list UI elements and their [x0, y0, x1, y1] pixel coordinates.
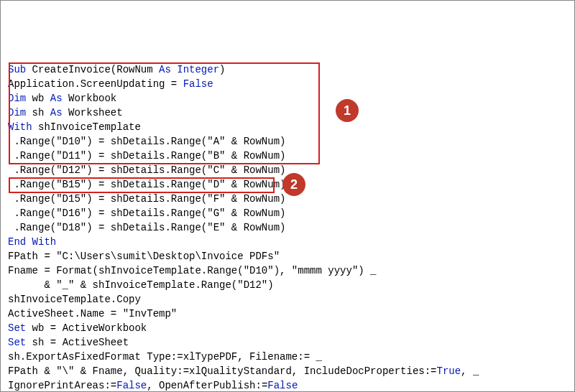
code-line: ActiveSheet.Name = "InvTemp" — [8, 307, 567, 321]
text-token: ActiveSheet.Name = "InvTemp" — [8, 308, 177, 319]
text-token: sh = ActiveSheet — [26, 337, 129, 348]
code-line: End With — [8, 235, 567, 249]
text-token: .Range("D16") = shDetails.Range("G" & Ro… — [8, 207, 285, 219]
annotation-badge-2: 2 — [282, 173, 305, 196]
text-token: Fname = Format(shInvoiceTemplate.Range("… — [8, 265, 376, 276]
keyword-token: End With — [8, 236, 56, 248]
text-token: ) — [219, 64, 225, 75]
annotation-badge-1: 1 — [336, 99, 359, 122]
text-token: shInvoiceTemplate — [32, 121, 141, 133]
text-token: shInvoiceTemplate.Copy — [8, 294, 141, 305]
text-token: IgnorePrintAreas:= — [8, 380, 116, 391]
text-token: wb — [26, 93, 50, 104]
text-token: , _ — [461, 365, 479, 377]
text-token: .Range("D10") = shDetails.Range("A" & Ro… — [8, 136, 285, 147]
text-token: .Range("D12") = shDetails.Range("C" & Ro… — [8, 164, 285, 176]
keyword-token: As — [50, 93, 63, 104]
code-line: Set sh = ActiveSheet — [8, 335, 567, 350]
vba-code-block: Sub CreateInvoice(RowNum As Integer)Appl… — [8, 62, 567, 392]
text-token: CreateInvoice(RowNum — [26, 64, 159, 75]
keyword-token: With — [8, 121, 32, 133]
code-line: & "_" & shInvoiceTemplate.Range("D12") — [8, 278, 567, 292]
code-line: Set wb = ActiveWorkbook — [8, 321, 567, 335]
code-line: With shInvoiceTemplate — [8, 120, 567, 134]
keyword-token: False — [267, 380, 298, 391]
text-token: .Range("D11") = shDetails.Range("B" & Ro… — [8, 150, 285, 162]
code-line: sh.ExportAsFixedFormat Type:=xlTypePDF, … — [8, 350, 567, 364]
text-token: , OpenAfterPublish:= — [147, 380, 267, 391]
code-line: IgnorePrintAreas:=False, OpenAfterPublis… — [8, 378, 567, 392]
keyword-token: Dim — [8, 107, 26, 118]
code-line: shInvoiceTemplate.Copy — [8, 292, 567, 307]
keyword-token: As Integer — [159, 64, 219, 75]
text-token: FPath & "\" & Fname, Quality:=xlQualityS… — [8, 365, 437, 377]
keyword-token: False — [183, 78, 213, 90]
keyword-token: Set — [8, 337, 26, 348]
text-token: FPath = "C:\Users\sumit\Desktop\Invoice … — [8, 251, 280, 262]
text-token: .Range("D18") = shDetails.Range("E" & Ro… — [8, 222, 285, 233]
code-line: Fname = Format(shInvoiceTemplate.Range("… — [8, 263, 567, 278]
text-token: Workbook — [63, 93, 117, 104]
text-token: wb = ActiveWorkbook — [26, 322, 147, 334]
code-line: .Range("D16") = shDetails.Range("G" & Ro… — [8, 206, 567, 220]
code-line: FPath & "\" & Fname, Quality:=xlQualityS… — [8, 364, 567, 378]
text-token: .Range("D15") = shDetails.Range("F" & Ro… — [8, 193, 285, 205]
keyword-token: Dim — [8, 93, 26, 104]
keyword-token: As — [50, 107, 63, 118]
text-token: sh — [26, 107, 50, 118]
text-token: & "_" & shInvoiceTemplate.Range("D12") — [8, 279, 274, 291]
code-line: Dim sh As Worksheet — [8, 106, 567, 120]
keyword-token: Set — [8, 322, 26, 334]
code-line: .Range("D11") = shDetails.Range("B" & Ro… — [8, 149, 567, 163]
code-line: Application.ScreenUpdating = False — [8, 77, 567, 91]
keyword-token: True — [437, 365, 461, 377]
code-line: Sub CreateInvoice(RowNum As Integer) — [8, 62, 567, 77]
text-token: sh.ExportAsFixedFormat Type:=xlTypePDF, … — [8, 351, 322, 363]
text-token: Application.ScreenUpdating = — [8, 78, 183, 90]
keyword-token: Sub — [8, 64, 26, 75]
text-token: .Range("B15") = shDetails.Range("D" & Ro… — [8, 179, 285, 190]
keyword-token: False — [116, 380, 147, 391]
code-line: .Range("D18") = shDetails.Range("E" & Ro… — [8, 220, 567, 235]
code-line: Dim wb As Workbook — [8, 91, 567, 106]
text-token: Worksheet — [63, 107, 123, 118]
code-line: FPath = "C:\Users\sumit\Desktop\Invoice … — [8, 249, 567, 263]
code-line: .Range("D10") = shDetails.Range("A" & Ro… — [8, 134, 567, 149]
